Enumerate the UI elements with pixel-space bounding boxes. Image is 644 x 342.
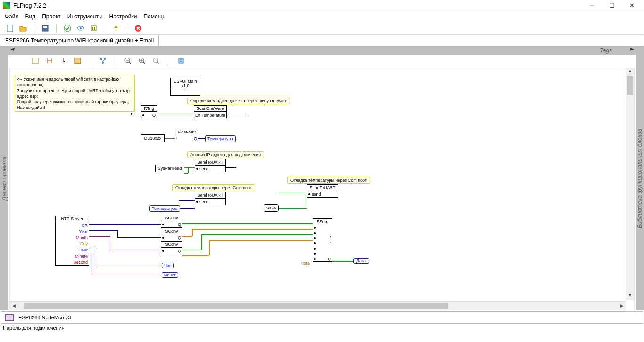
svg-point-5 [80,27,82,29]
menu-settings[interactable]: Настройки [109,13,137,20]
open-folder-icon[interactable] [19,24,27,33]
svg-point-3 [64,25,71,32]
minimize-button[interactable]: ─ [583,1,602,10]
tree-tool-icon[interactable] [99,58,107,65]
vscroll-thumb[interactable] [627,76,633,95]
tab-main[interactable]: ESP8266 Температуры по WiFi красивый диз… [0,35,159,46]
note-oneware: Определяем адрес датчика через шину Onew… [187,98,290,104]
svg-rect-0 [7,25,13,32]
status-bar: Пароль для подключения [0,324,644,333]
right-panel-label: Библиотека функциональных блоков [636,128,643,228]
diagram-canvas[interactable]: <-- Укажи имя и пароль твоей wifi сети в… [9,68,635,310]
check-icon[interactable] [63,24,72,33]
svg-rect-12 [33,58,38,64]
tag-temperature-out[interactable]: Температура [205,135,236,142]
block-sendtouart-2[interactable]: SendToUART send [195,192,226,205]
scroll-right-icon[interactable]: ▶ [618,302,626,310]
svg-rect-7 [92,27,93,30]
menu-file[interactable]: Файл [5,13,19,20]
svg-rect-13 [75,58,81,64]
block-sysparread[interactable]: SysParRead [155,165,184,172]
upload-icon[interactable] [112,24,120,33]
block-ds18[interactable]: DS18x2x [141,134,165,142]
block-sendtouart-3[interactable]: SendToUART send [307,184,338,198]
block-tool-icon[interactable] [74,58,82,65]
vertical-scrollbar[interactable]: ▲ ▼ [626,68,634,300]
tags-bar[interactable]: ◀ Tags ▶ [8,46,636,55]
block-ntp-server[interactable]: NTP Server CR Year Month Day Hour Minute… [55,216,89,266]
window-title: FLProg-7.2.2 [13,2,583,9]
hscroll-thumb[interactable] [24,303,448,309]
block-scanoneware[interactable]: ScanOneWare EnTemperatura [194,105,227,118]
block-sconv-1[interactable]: SConv Q [161,215,182,228]
note-debug-2: Отладка температуры через Com порт [287,177,370,184]
zoom-in-icon[interactable] [139,58,146,65]
scroll-left-icon[interactable]: ◀ [10,302,17,310]
scroll-down-icon[interactable]: ▼ [626,293,634,300]
tag-hour[interactable]: Час [162,263,174,268]
app-icon [3,2,10,9]
chip-icon [5,314,14,321]
zoom-out-icon[interactable] [124,58,132,65]
stop-icon[interactable] [134,24,142,33]
block-espui[interactable]: ESPUI Main v1.0 [170,78,200,96]
label-year: года [299,261,312,266]
zoom-reset-icon[interactable] [153,58,160,65]
new-file-icon[interactable] [6,24,14,33]
note-instructions: <-- Укажи имя и пароль твоей wifi сети в… [15,75,135,112]
maximize-button[interactable]: ☐ [603,1,621,10]
left-panel-label: Дерево проекта [1,156,8,200]
block-ssum[interactable]: SSum / / Q [313,218,332,262]
eye-icon[interactable] [76,24,85,33]
menu-project[interactable]: Проект [42,13,61,20]
svg-rect-2 [43,26,47,28]
svg-rect-8 [94,27,95,30]
block-sconv-2[interactable]: SConv Q [161,228,182,241]
tags-label: Tags [600,47,612,54]
canvas-toolbar [8,55,636,68]
tag-temperature-in[interactable]: Температура [149,205,180,212]
right-panel-toggle[interactable]: Библиотека функциональных блоков [636,46,644,310]
device-bar: ESP8266 NodeMcu v3 [1,311,643,324]
select-tool-icon[interactable] [32,58,40,65]
scroll-up-icon[interactable]: ▲ [626,68,634,76]
connector-tool-icon[interactable] [46,58,54,65]
save-icon[interactable] [41,24,50,33]
block-rtrig[interactable]: RTrig Q [141,105,157,118]
block-float2int[interactable]: Float->Int IQ [175,129,198,142]
status-text: Пароль для подключения [3,325,65,331]
left-panel-toggle[interactable]: Дерево проекта [0,46,8,310]
note-debug-1: Отладка температуры через Com порт [172,184,255,191]
menu-view[interactable]: Вид [25,13,36,20]
tag-minute[interactable]: минут [162,272,178,278]
svg-rect-20 [179,58,183,63]
tags-expand-right-icon[interactable]: ▶ [630,46,634,51]
tab-main-label: ESP8266 Температуры по WiFi красивый диз… [5,37,154,44]
menubar: Файл Вид Проект Инструменты Настройки По… [0,11,644,22]
svg-rect-6 [91,26,96,31]
build-icon[interactable] [90,24,98,33]
device-label: ESP8266 NodeMcu v3 [18,315,71,320]
block-save[interactable]: Save [264,204,279,212]
horizontal-scrollbar[interactable]: ◀ ▶ [10,301,626,310]
close-button[interactable]: ✕ [622,1,641,10]
tag-date[interactable]: Дата [353,258,369,264]
list-tool-icon[interactable] [178,58,185,65]
svg-point-19 [153,58,158,63]
menu-tools[interactable]: Инструменты [67,13,103,20]
titlebar: FLProg-7.2.2 ─ ☐ ✕ [0,0,644,11]
menu-help[interactable]: Помощь [143,13,165,20]
block-sendtouart-1[interactable]: SendToUART send [195,159,226,172]
document-tabs: ESP8266 Температуры по WiFi красивый диз… [0,35,644,46]
block-sconv-3[interactable]: SConv Q [161,241,182,254]
tags-expand-left-icon[interactable]: ◀ [10,46,14,51]
arrow-down-icon[interactable] [60,58,68,65]
main-toolbar [0,22,644,35]
note-ip-analysis: Анализ IP адреса для подключения [187,151,264,158]
